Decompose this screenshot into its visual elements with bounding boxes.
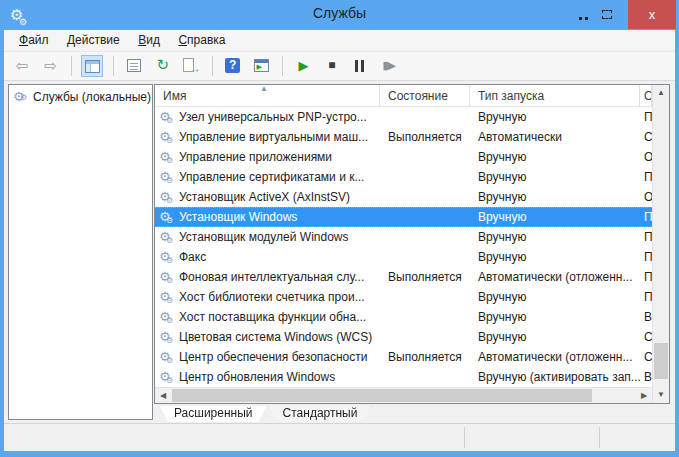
- table-row[interactable]: ⚙ФаксВручнуюПозволяет...: [155, 247, 652, 267]
- service-gear-icon: ⚙: [159, 347, 175, 367]
- service-description: Позволяет...: [640, 208, 652, 227]
- help-button[interactable]: ?: [222, 55, 244, 77]
- refresh-button[interactable]: ↻: [152, 55, 174, 77]
- service-gear-icon: ⚙: [159, 208, 175, 226]
- forward-button[interactable]: ⇨: [39, 55, 61, 77]
- service-gear-icon: ⚙: [159, 247, 175, 267]
- scroll-right-icon[interactable]: ▶: [636, 388, 652, 403]
- service-gear-icon: ⚙: [159, 287, 175, 307]
- column-header-status[interactable]: Состояние: [380, 85, 470, 107]
- service-status: [380, 187, 470, 207]
- horizontal-scroll-thumb[interactable]: [172, 389, 592, 402]
- table-row-selected[interactable]: ⚙Установщик WindowsВручнуюПозволяет...: [155, 207, 652, 227]
- table-row[interactable]: ⚙Установщик модулей WindowsВручнуюПозвол…: [155, 227, 652, 247]
- service-name: Центр обновления Windows: [179, 370, 335, 384]
- table-row[interactable]: ⚙Фоновая интеллектуальная слу...Выполняе…: [155, 267, 652, 287]
- service-status: [380, 208, 470, 227]
- service-name: Хост библиотеки счетчика прои...: [179, 290, 365, 304]
- export-list-button[interactable]: [180, 55, 202, 77]
- service-startup-type: Вручную: [470, 287, 640, 307]
- service-startup-type: Вручную: [470, 187, 640, 207]
- service-description: Включает...: [640, 367, 652, 387]
- minimize-button[interactable]: [573, 0, 593, 29]
- maximize-button[interactable]: [597, 0, 617, 29]
- tab-extended[interactable]: Расширенный: [160, 406, 267, 422]
- service-description: Служба...: [640, 127, 652, 147]
- vertical-scroll-thumb[interactable]: [654, 343, 668, 379]
- menu-action[interactable]: Действие: [60, 30, 127, 50]
- service-startup-type: Вручную (активировать зап...: [470, 367, 640, 387]
- service-name: Цветовая система Windows (WCS): [179, 330, 372, 344]
- menu-view[interactable]: Вид: [131, 30, 167, 50]
- table-row[interactable]: ⚙Цветовая система Windows (WCS)ВручнуюСл…: [155, 327, 652, 347]
- service-startup-type: Вручную: [470, 327, 640, 347]
- table-row[interactable]: ⚙Центр обновления WindowsВручную (активи…: [155, 367, 652, 387]
- service-gear-icon: ⚙: [159, 327, 175, 347]
- service-startup-type: Вручную: [470, 208, 640, 227]
- service-startup-type: Автоматически (отложенн...: [470, 347, 640, 367]
- service-status: Выполняется: [380, 267, 470, 287]
- service-name: Фоновая интеллектуальная слу...: [179, 270, 364, 284]
- resume-service-button[interactable]: ▮▶: [378, 55, 400, 77]
- service-status: [380, 227, 470, 247]
- service-gear-icon: ⚙: [159, 307, 175, 327]
- start-service-button[interactable]: ▶: [292, 55, 314, 77]
- horizontal-scrollbar[interactable]: ◀ ▶: [155, 387, 652, 403]
- table-row[interactable]: ⚙Управление сертификатами и к...ВручнуюП…: [155, 167, 652, 187]
- service-startup-type: Вручную: [470, 227, 640, 247]
- properties-button[interactable]: [123, 55, 145, 77]
- console-tree-pane: ⚙Службы (локальные): [8, 84, 153, 420]
- column-header-name[interactable]: Имя▲: [155, 85, 380, 107]
- table-row[interactable]: ⚙Управление виртуальными маш...Выполняет…: [155, 127, 652, 147]
- service-description: В этой...: [640, 307, 652, 327]
- console-tree-icon: [85, 60, 100, 73]
- resume-service-icon: ▮▶: [383, 59, 396, 71]
- back-button[interactable]: ⇦: [11, 55, 33, 77]
- title-bar[interactable]: ⚙ Службы x: [0, 0, 679, 30]
- view-tabs: РасширенныйСтандартный: [154, 406, 670, 423]
- vertical-scrollbar[interactable]: ▲ ▼: [652, 85, 669, 403]
- scroll-left-icon[interactable]: ◀: [155, 388, 171, 403]
- extended-view-button[interactable]: [251, 55, 273, 77]
- table-row[interactable]: ⚙Хост поставщика функции обна...ВручнуюВ…: [155, 307, 652, 327]
- service-status: [380, 167, 470, 187]
- toolbar-separator: [113, 56, 114, 76]
- service-startup-type: Вручную: [470, 147, 640, 167]
- menu-help[interactable]: Справка: [171, 30, 232, 50]
- list-header: Имя▲СостояниеТип запускаОписание: [155, 85, 652, 107]
- service-description: Предоставляет...: [640, 167, 652, 187]
- tab-standard[interactable]: Стандартный: [269, 406, 372, 422]
- column-header-description[interactable]: Описание: [640, 85, 652, 107]
- service-gear-icon: ⚙: [159, 167, 175, 187]
- service-description: Обеспечивает...: [640, 187, 652, 207]
- service-description: Передает...: [640, 267, 652, 287]
- scroll-down-icon[interactable]: ▼: [653, 387, 669, 403]
- toolbar-separator: [282, 56, 283, 76]
- stop-service-button[interactable]: ■: [321, 55, 343, 77]
- service-status: [380, 147, 470, 167]
- menu-file[interactable]: Файл: [12, 30, 56, 50]
- table-row[interactable]: ⚙Управление приложениямиВручнуюОбрабатыв…: [155, 147, 652, 167]
- service-description: Служба...: [640, 347, 652, 367]
- column-header-startup-type[interactable]: Тип запуска: [470, 85, 640, 107]
- close-button[interactable]: x: [628, 0, 676, 29]
- scroll-up-icon[interactable]: ▲: [653, 85, 669, 101]
- service-status: [380, 367, 470, 387]
- service-name: Управление приложениями: [179, 150, 332, 164]
- tree-item-services-local[interactable]: ⚙Службы (локальные): [9, 85, 152, 104]
- table-row[interactable]: ⚙Установщик ActiveX (AxInstSV)ВручнуюОбе…: [155, 187, 652, 207]
- service-status: [380, 107, 470, 127]
- service-status: [380, 307, 470, 327]
- statusbar-divider: [599, 427, 600, 448]
- show-console-tree-button[interactable]: [81, 55, 103, 77]
- table-row[interactable]: ⚙Хост библиотеки счетчика прои...Вручную…: [155, 287, 652, 307]
- minimize-icon: [579, 17, 588, 20]
- forward-icon: ⇨: [44, 57, 57, 74]
- service-name: Установщик модулей Windows: [179, 230, 348, 244]
- table-row[interactable]: ⚙Узел универсальных PNP-устро...ВручнуюП…: [155, 107, 652, 127]
- help-icon: ?: [225, 58, 240, 73]
- table-row[interactable]: ⚙Центр обеспечения безопасностиВыполняет…: [155, 347, 652, 367]
- pause-service-button[interactable]: [349, 55, 371, 77]
- service-name: Управление сертификатами и к...: [179, 170, 364, 184]
- service-gear-icon: ⚙: [159, 187, 175, 207]
